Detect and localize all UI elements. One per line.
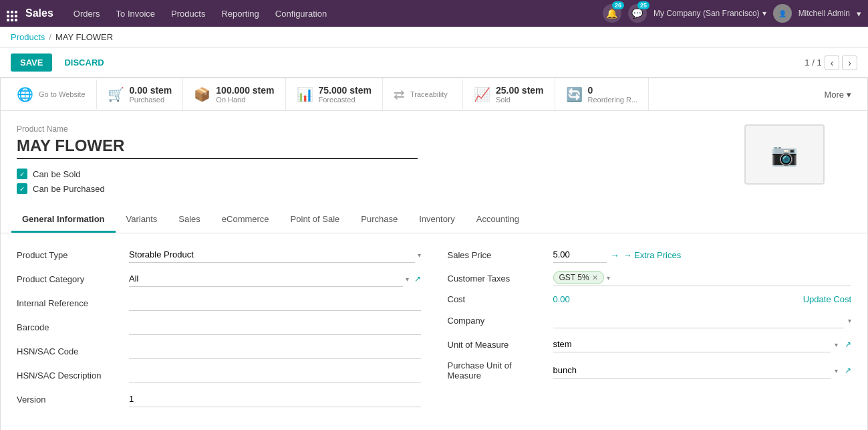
product-image[interactable]: 📷 xyxy=(744,124,825,185)
sales-price-row: Sales Price → → Extra Prices xyxy=(448,247,852,263)
form-wrapper: 🌐 Go to Website 🛒 0.00 stem Purchased 📦 … xyxy=(0,78,868,430)
navbar-right: 🔔 26 💬 25 My Company (San Francisco) ▾ 👤… xyxy=(603,4,861,23)
breadcrumb-current: MAY FLOWER xyxy=(55,32,113,42)
tabs-bar: General Information Variants Sales eComm… xyxy=(1,207,867,233)
breadcrumb-parent[interactable]: Products xyxy=(11,32,45,42)
stats-bar: 🌐 Go to Website 🛒 0.00 stem Purchased 📦 … xyxy=(1,78,867,111)
tab-ecommerce[interactable]: eCommerce xyxy=(211,207,280,233)
more-chevron-icon: ▾ xyxy=(847,90,851,100)
website-icon: 🌐 xyxy=(17,86,33,102)
forecast-icon: 📊 xyxy=(297,86,313,102)
unit-of-measure-label: Unit of Measure xyxy=(448,340,548,350)
internal-reference-row: Internal Reference xyxy=(17,295,421,311)
update-cost-button[interactable]: Update Cost xyxy=(803,294,851,304)
company-selector[interactable]: My Company (San Francisco) ▾ xyxy=(654,9,766,18)
internal-reference-input[interactable] xyxy=(129,295,421,311)
discard-button[interactable]: DISCARD xyxy=(57,53,110,72)
company-select[interactable] xyxy=(553,312,845,328)
purchase-uom-row: Purchase Unit of Measure bunch ▾ ↗ xyxy=(448,360,852,381)
cost-row: Cost 0.00 Update Cost xyxy=(448,294,852,304)
unit-of-measure-select[interactable]: stem xyxy=(553,336,831,352)
messages-btn[interactable]: 💬 25 xyxy=(628,4,647,23)
product-category-label: Product Category xyxy=(17,274,124,284)
tab-general-information[interactable]: General Information xyxy=(11,207,116,233)
can-be-purchased-checkbox[interactable]: ✓ xyxy=(17,183,27,194)
user-name[interactable]: Mitchell Admin xyxy=(799,9,850,18)
tab-variants[interactable]: Variants xyxy=(116,207,168,233)
stat-traceability[interactable]: ⇄ Traceability xyxy=(383,80,463,109)
pagination: 1 / 1 ‹ › xyxy=(805,56,857,70)
toolbar: SAVE DISCARD 1 / 1 ‹ › xyxy=(0,48,868,78)
can-be-sold-checkbox[interactable]: ✓ xyxy=(17,169,27,179)
user-avatar: 👤 xyxy=(773,4,792,23)
uom-external-link-icon[interactable]: ↗ xyxy=(845,340,851,349)
product-name-input[interactable] xyxy=(17,136,418,159)
customer-taxes-row: Customer Taxes GST 5% ✕ ▾ xyxy=(448,271,852,286)
nav-orders[interactable]: Orders xyxy=(67,5,107,23)
product-category-external-link-icon[interactable]: ↗ xyxy=(414,274,421,284)
stat-purchased[interactable]: 🛒 0.00 stem Purchased xyxy=(97,78,184,110)
version-input[interactable] xyxy=(129,391,421,407)
barcode-input[interactable] xyxy=(129,319,421,335)
remove-tax-button[interactable]: ✕ xyxy=(592,274,598,282)
purchase-uom-select[interactable]: bunch xyxy=(553,362,831,379)
barcode-row: Barcode xyxy=(17,319,421,335)
sales-price-input[interactable] xyxy=(553,247,607,263)
product-form-header: Product Name ✓ Can be Sold ✓ Can be Purc… xyxy=(1,111,867,207)
hsn-sac-code-input[interactable] xyxy=(129,343,421,359)
right-fields: Sales Price → → Extra Prices Customer Ta… xyxy=(448,247,852,415)
breadcrumb-bar: Products / MAY FLOWER xyxy=(0,27,868,48)
reorder-icon: 🔄 xyxy=(566,86,583,102)
nav-reporting[interactable]: Reporting xyxy=(214,5,265,23)
product-category-dropdown-icon: ▾ xyxy=(406,276,409,283)
product-type-row: Product Type Storable Product Consumable… xyxy=(17,247,421,263)
prev-page-button[interactable]: ‹ xyxy=(825,56,840,70)
stat-go-to-website[interactable]: 🌐 Go to Website xyxy=(6,80,97,109)
nav-products[interactable]: Products xyxy=(164,5,212,23)
fields-container: Product Type Storable Product Consumable… xyxy=(1,233,867,429)
purchase-uom-external-link-icon[interactable]: ↗ xyxy=(845,366,851,375)
extra-prices-link[interactable]: → → Extra Prices xyxy=(611,250,682,260)
sold-icon: 📈 xyxy=(474,86,490,102)
save-button[interactable]: SAVE xyxy=(11,53,52,72)
boxes-icon: 📦 xyxy=(194,86,210,102)
product-category-row: Product Category All ▾ ↗ xyxy=(17,271,421,287)
company-label: Company xyxy=(448,316,548,326)
cart-icon: 🛒 xyxy=(108,86,124,102)
notifications-badge: 26 xyxy=(612,1,624,9)
sales-price-label: Sales Price xyxy=(448,250,548,260)
tab-inventory[interactable]: Inventory xyxy=(408,207,465,233)
notifications-btn[interactable]: 🔔 26 xyxy=(603,4,621,23)
tab-purchase[interactable]: Purchase xyxy=(350,207,408,233)
gst-tax-badge: GST 5% ✕ xyxy=(553,271,604,284)
product-type-select[interactable]: Storable Product Consumable Service xyxy=(129,247,415,263)
camera-icon: 📷 xyxy=(771,142,798,167)
can-be-purchased-label: Can be Purchased xyxy=(33,184,105,194)
stat-reordering[interactable]: 🔄 0 Reordering R... xyxy=(555,78,649,110)
can-be-sold-label: Can be Sold xyxy=(33,169,81,179)
more-button[interactable]: More ▾ xyxy=(813,83,862,106)
navbar: Sales Orders To Invoice Products Reporti… xyxy=(0,0,868,27)
hsn-sac-description-input[interactable] xyxy=(129,367,421,383)
tab-accounting[interactable]: Accounting xyxy=(466,207,530,233)
left-fields: Product Type Storable Product Consumable… xyxy=(17,247,421,415)
stat-sold[interactable]: 📈 25.00 stem Sold xyxy=(463,78,555,110)
navbar-links: Orders To Invoice Products Reporting Con… xyxy=(67,5,603,23)
nav-to-invoice[interactable]: To Invoice xyxy=(110,5,162,23)
tab-point-of-sale[interactable]: Point of Sale xyxy=(280,207,351,233)
next-page-button[interactable]: › xyxy=(842,56,857,70)
nav-configuration[interactable]: Configuration xyxy=(269,5,333,23)
messages-badge: 25 xyxy=(637,1,649,9)
grid-menu-icon[interactable] xyxy=(7,5,17,21)
version-row: Version xyxy=(17,391,421,407)
product-name-label: Product Name xyxy=(17,124,851,134)
cost-label: Cost xyxy=(448,294,548,304)
purchase-uom-dropdown-icon: ▾ xyxy=(835,367,838,374)
version-label: Version xyxy=(17,395,124,405)
product-category-select[interactable]: All xyxy=(129,271,403,287)
uom-dropdown-icon: ▾ xyxy=(835,341,838,348)
stat-on-hand[interactable]: 📦 100.000 stem On Hand xyxy=(183,78,285,110)
tab-sales[interactable]: Sales xyxy=(168,207,211,233)
stat-forecasted[interactable]: 📊 75.000 stem Forecasted xyxy=(286,78,383,110)
hsn-sac-code-row: HSN/SAC Code xyxy=(17,343,421,359)
